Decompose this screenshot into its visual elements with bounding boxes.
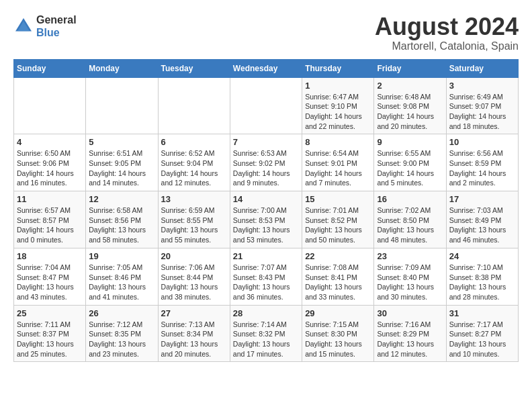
calendar-cell: 22Sunrise: 7:08 AMSunset: 8:41 PMDayligh… — [302, 248, 374, 305]
day-number: 17 — [449, 194, 515, 204]
day-number: 12 — [89, 194, 154, 204]
day-info: Sunrise: 6:58 AMSunset: 8:56 PMDaylight:… — [89, 205, 154, 245]
day-info: Sunrise: 7:15 AMSunset: 8:30 PMDaylight:… — [305, 320, 371, 359]
day-info: Sunrise: 7:12 AMSunset: 8:35 PMDaylight:… — [89, 320, 154, 359]
logo: General Blue — [13, 13, 77, 39]
day-number: 30 — [377, 308, 443, 318]
day-number: 8 — [305, 137, 371, 147]
day-info: Sunrise: 7:03 AMSunset: 8:49 PMDaylight:… — [449, 205, 515, 245]
day-info: Sunrise: 7:05 AMSunset: 8:46 PMDaylight:… — [89, 263, 154, 302]
day-info: Sunrise: 7:01 AMSunset: 8:52 PMDaylight:… — [305, 205, 371, 245]
weekday-row: SundayMondayTuesdayWednesdayThursdayFrid… — [14, 59, 519, 77]
day-info: Sunrise: 7:02 AMSunset: 8:50 PMDaylight:… — [377, 205, 443, 245]
day-number: 24 — [449, 251, 515, 261]
day-info: Sunrise: 7:07 AMSunset: 8:43 PMDaylight:… — [233, 263, 299, 302]
weekday-header: Tuesday — [158, 59, 230, 77]
day-number: 23 — [377, 251, 443, 261]
day-info: Sunrise: 7:04 AMSunset: 8:47 PMDaylight:… — [17, 263, 83, 302]
day-info: Sunrise: 7:17 AMSunset: 8:27 PMDaylight:… — [449, 320, 515, 359]
day-number: 13 — [161, 194, 227, 204]
weekday-header: Friday — [374, 59, 446, 77]
calendar-cell: 14Sunrise: 7:00 AMSunset: 8:53 PMDayligh… — [230, 191, 302, 248]
calendar-cell: 6Sunrise: 6:52 AMSunset: 9:04 PMDaylight… — [158, 134, 230, 191]
day-info: Sunrise: 6:57 AMSunset: 8:57 PMDaylight:… — [17, 205, 83, 245]
day-info: Sunrise: 6:53 AMSunset: 9:02 PMDaylight:… — [233, 148, 299, 188]
day-info: Sunrise: 7:13 AMSunset: 8:34 PMDaylight:… — [161, 320, 227, 359]
calendar-cell: 5Sunrise: 6:51 AMSunset: 9:05 PMDaylight… — [86, 134, 158, 191]
calendar-week-row: 1Sunrise: 6:47 AMSunset: 9:10 PMDaylight… — [14, 77, 519, 134]
day-number: 11 — [17, 194, 83, 204]
calendar-cell: 4Sunrise: 6:50 AMSunset: 9:06 PMDaylight… — [14, 134, 86, 191]
calendar-cell: 25Sunrise: 7:11 AMSunset: 8:37 PMDayligh… — [14, 305, 86, 362]
calendar-cell: 10Sunrise: 6:56 AMSunset: 8:59 PMDayligh… — [446, 134, 518, 191]
calendar-cell: 21Sunrise: 7:07 AMSunset: 8:43 PMDayligh… — [230, 248, 302, 305]
calendar-cell — [158, 77, 230, 134]
day-info: Sunrise: 6:50 AMSunset: 9:06 PMDaylight:… — [17, 148, 83, 188]
day-info: Sunrise: 7:08 AMSunset: 8:41 PMDaylight:… — [305, 263, 371, 302]
day-info: Sunrise: 6:59 AMSunset: 8:55 PMDaylight:… — [161, 205, 227, 245]
calendar-week-row: 25Sunrise: 7:11 AMSunset: 8:37 PMDayligh… — [14, 305, 519, 362]
day-number: 6 — [161, 137, 227, 147]
day-number: 21 — [233, 251, 299, 261]
calendar-cell: 24Sunrise: 7:10 AMSunset: 8:38 PMDayligh… — [446, 248, 518, 305]
calendar-cell: 8Sunrise: 6:54 AMSunset: 9:01 PMDaylight… — [302, 134, 374, 191]
day-number: 4 — [17, 137, 83, 147]
calendar-cell: 13Sunrise: 6:59 AMSunset: 8:55 PMDayligh… — [158, 191, 230, 248]
calendar-week-row: 18Sunrise: 7:04 AMSunset: 8:47 PMDayligh… — [14, 248, 519, 305]
calendar-cell: 17Sunrise: 7:03 AMSunset: 8:49 PMDayligh… — [446, 191, 518, 248]
day-number: 7 — [233, 137, 299, 147]
calendar-body: 1Sunrise: 6:47 AMSunset: 9:10 PMDaylight… — [14, 77, 519, 362]
calendar-cell: 18Sunrise: 7:04 AMSunset: 8:47 PMDayligh… — [14, 248, 86, 305]
logo-blue: Blue — [36, 26, 77, 39]
calendar-week-row: 4Sunrise: 6:50 AMSunset: 9:06 PMDaylight… — [14, 134, 519, 191]
logo-icon — [13, 16, 34, 36]
weekday-header: Monday — [86, 59, 158, 77]
calendar-cell: 3Sunrise: 6:49 AMSunset: 9:07 PMDaylight… — [446, 77, 518, 134]
day-number: 2 — [377, 81, 443, 91]
calendar-cell — [14, 77, 86, 134]
calendar-week-row: 11Sunrise: 6:57 AMSunset: 8:57 PMDayligh… — [14, 191, 519, 248]
day-info: Sunrise: 7:14 AMSunset: 8:32 PMDaylight:… — [233, 320, 299, 359]
day-info: Sunrise: 7:00 AMSunset: 8:53 PMDaylight:… — [233, 205, 299, 245]
day-number: 3 — [449, 81, 515, 91]
day-number: 20 — [161, 251, 227, 261]
location-title: Martorell, Catalonia, Spain — [375, 40, 519, 52]
day-info: Sunrise: 7:11 AMSunset: 8:37 PMDaylight:… — [17, 320, 83, 359]
calendar-header: SundayMondayTuesdayWednesdayThursdayFrid… — [14, 59, 519, 77]
page-header: General Blue August 2024 Martorell, Cata… — [13, 13, 519, 52]
day-number: 29 — [305, 308, 371, 318]
day-number: 27 — [161, 308, 227, 318]
calendar-cell: 15Sunrise: 7:01 AMSunset: 8:52 PMDayligh… — [302, 191, 374, 248]
calendar-cell: 23Sunrise: 7:09 AMSunset: 8:40 PMDayligh… — [374, 248, 446, 305]
day-info: Sunrise: 6:49 AMSunset: 9:07 PMDaylight:… — [449, 92, 515, 132]
day-number: 19 — [89, 251, 154, 261]
calendar-cell: 2Sunrise: 6:48 AMSunset: 9:08 PMDaylight… — [374, 77, 446, 134]
calendar-cell — [230, 77, 302, 134]
day-number: 18 — [17, 251, 83, 261]
day-number: 31 — [449, 308, 515, 318]
weekday-header: Saturday — [446, 59, 518, 77]
calendar-cell: 30Sunrise: 7:16 AMSunset: 8:29 PMDayligh… — [374, 305, 446, 362]
day-number: 10 — [449, 137, 515, 147]
day-info: Sunrise: 7:10 AMSunset: 8:38 PMDaylight:… — [449, 263, 515, 302]
calendar-cell: 1Sunrise: 6:47 AMSunset: 9:10 PMDaylight… — [302, 77, 374, 134]
weekday-header: Thursday — [302, 59, 374, 77]
day-number: 5 — [89, 137, 154, 147]
day-number: 28 — [233, 308, 299, 318]
logo-text: General Blue — [36, 13, 77, 39]
title-block: August 2024 Martorell, Catalonia, Spain — [375, 13, 519, 52]
calendar-cell: 12Sunrise: 6:58 AMSunset: 8:56 PMDayligh… — [86, 191, 158, 248]
logo-general: General — [36, 13, 77, 26]
day-number: 9 — [377, 137, 443, 147]
calendar-cell — [86, 77, 158, 134]
day-info: Sunrise: 6:51 AMSunset: 9:05 PMDaylight:… — [89, 148, 154, 188]
day-info: Sunrise: 6:54 AMSunset: 9:01 PMDaylight:… — [305, 148, 371, 188]
calendar-cell: 29Sunrise: 7:15 AMSunset: 8:30 PMDayligh… — [302, 305, 374, 362]
day-number: 26 — [89, 308, 154, 318]
calendar-cell: 31Sunrise: 7:17 AMSunset: 8:27 PMDayligh… — [446, 305, 518, 362]
weekday-header: Sunday — [14, 59, 86, 77]
day-info: Sunrise: 7:06 AMSunset: 8:44 PMDaylight:… — [161, 263, 227, 302]
calendar-cell: 26Sunrise: 7:12 AMSunset: 8:35 PMDayligh… — [86, 305, 158, 362]
day-number: 25 — [17, 308, 83, 318]
day-info: Sunrise: 6:47 AMSunset: 9:10 PMDaylight:… — [305, 92, 371, 132]
